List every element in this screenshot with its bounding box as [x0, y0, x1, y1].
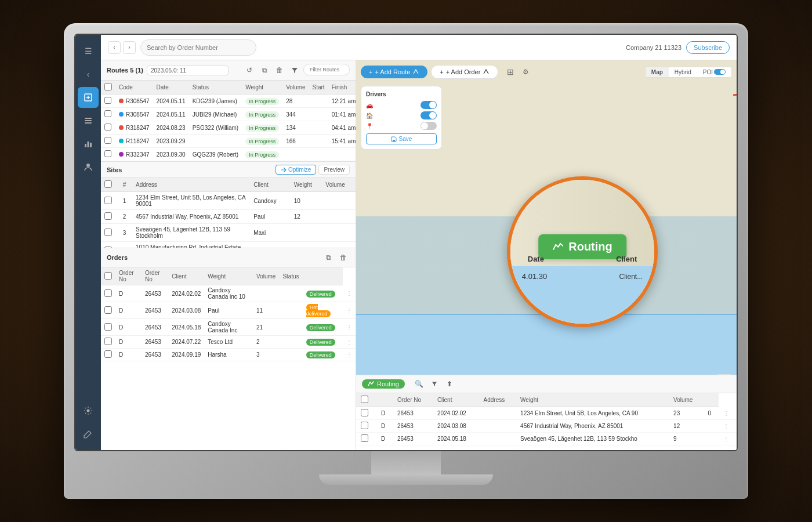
preview-button[interactable]: Preview — [318, 165, 350, 175]
routes-table: Code Date Status Weight Volume Start Fin… — [101, 81, 356, 161]
order-more[interactable]: ⋮ — [343, 336, 356, 349]
orders-copy-icon[interactable]: ⧉ — [322, 251, 335, 264]
route-checkbox-cell[interactable] — [101, 135, 115, 148]
site-check[interactable] — [101, 210, 119, 224]
table-row: D 26453 2024.03.08 4567 Industrial Way, … — [356, 420, 737, 433]
sidebar-icon-back[interactable]: ‹ — [78, 64, 99, 85]
driver-toggle-switch-2[interactable] — [420, 111, 437, 119]
site-volume — [322, 224, 356, 242]
order-date: 2024.03.08 — [168, 302, 204, 319]
add-order-button[interactable]: + + Add Order — [431, 65, 498, 79]
monitor-stand — [74, 451, 738, 485]
bottom-col-check — [356, 393, 376, 407]
sidebar-icon-edit[interactable] — [78, 423, 99, 444]
order-client: Candoxy Canada inc 10 — [204, 285, 253, 302]
top-right: Company 21 11323 Subscribe — [626, 41, 730, 54]
sidebar-icon-settings[interactable] — [78, 400, 99, 421]
sidebar-icon-user[interactable] — [78, 157, 99, 177]
bottom-volume — [704, 420, 719, 433]
site-check[interactable] — [101, 192, 119, 210]
order-more[interactable]: ⋮ — [343, 349, 356, 361]
order-weight: 11 — [253, 302, 279, 319]
filter-icon[interactable] — [288, 64, 301, 77]
map-settings-icon[interactable]: ⚙ — [519, 66, 532, 78]
order-weight: 3 — [253, 349, 279, 361]
route-checkbox-cell[interactable] — [101, 121, 115, 135]
bottom-col-weight: Weight — [516, 393, 669, 407]
sites-col-client: Client — [250, 178, 291, 192]
route-checkbox-cell[interactable] — [101, 108, 115, 121]
date-selector[interactable] — [147, 66, 229, 75]
map-container[interactable]: + + Add Route + + Add Order — [356, 60, 737, 450]
bottom-address: Sveaögen 45, Lägenhet 12B, 113 59 Stockh… — [516, 433, 669, 445]
save-button[interactable]: Save — [366, 133, 437, 144]
orders-header: Orders ⧉ 🗑 — [101, 248, 356, 267]
driver-toggle-switch-3[interactable] — [420, 122, 437, 130]
driver-toggle-2: 🏠 — [366, 111, 437, 119]
subscribe-button[interactable]: Subscribe — [686, 41, 730, 54]
order-check[interactable] — [101, 319, 115, 336]
right-panel: + + Add Route + + Add Order — [356, 60, 737, 450]
table-row: 1 1234 Elm Street, Unit 5B, Los Angeles,… — [101, 192, 356, 210]
route-checkbox-cell[interactable] — [101, 95, 115, 108]
site-weight — [291, 224, 322, 242]
refresh-icon[interactable]: ↺ — [243, 64, 256, 77]
bottom-more[interactable]: ⋮ — [719, 420, 737, 433]
route-checkbox-cell[interactable] — [101, 148, 115, 161]
route-code: R118247 — [115, 135, 153, 148]
order-check[interactable] — [101, 349, 115, 361]
order-d: D — [115, 349, 142, 361]
bottom-check[interactable] — [356, 407, 376, 420]
bottom-d: D — [376, 420, 393, 433]
sidebar-icon-routes[interactable] — [78, 87, 99, 108]
map-type-poi-button[interactable]: POI — [697, 67, 731, 77]
order-more[interactable]: ⋮ — [343, 319, 356, 336]
search-input[interactable] — [140, 39, 256, 56]
bottom-more[interactable]: ⋮ — [719, 433, 737, 445]
order-more[interactable]: ⋮ — [343, 285, 356, 302]
order-status: Delivered — [303, 336, 343, 349]
sites-select-all[interactable] — [104, 180, 112, 188]
route-volume — [309, 95, 328, 108]
bottom-filter-icon[interactable] — [428, 378, 441, 390]
route-weight: 344 — [282, 108, 309, 121]
map-grid-icon[interactable]: ⊞ — [504, 66, 517, 78]
nav-forward-button[interactable]: › — [123, 41, 136, 54]
order-check[interactable] — [101, 336, 115, 349]
bottom-export-icon[interactable]: ⬆ — [443, 378, 456, 390]
order-check[interactable] — [101, 302, 115, 319]
route-filter-input[interactable] — [303, 64, 350, 75]
route-date: 2024.08.23 — [153, 121, 189, 135]
route-date: 2023.09.29 — [153, 135, 189, 148]
driver-toggle-1: 🚗 — [366, 101, 437, 109]
orders-select-all[interactable] — [104, 272, 112, 280]
orders-delete-icon[interactable]: 🗑 — [337, 251, 350, 264]
order-check[interactable] — [101, 285, 115, 302]
order-more[interactable]: ⋮ — [343, 302, 356, 319]
bottom-search-icon[interactable]: 🔍 — [413, 378, 426, 390]
copy-icon[interactable]: ⧉ — [258, 64, 271, 77]
sidebar-icon-chart[interactable] — [78, 133, 99, 154]
bottom-check[interactable] — [356, 433, 376, 445]
sites-col-num: # — [119, 178, 132, 192]
driver-toggle-switch-1[interactable] — [420, 101, 437, 109]
map-type-map-button[interactable]: Map — [646, 67, 669, 77]
routes-select-all[interactable] — [104, 83, 112, 90]
sidebar-icon-menu[interactable]: ☰ — [78, 41, 99, 61]
nav-back-button[interactable]: ‹ — [108, 41, 121, 54]
site-client: Maxi — [250, 224, 291, 242]
route-status: In Progress — [242, 148, 282, 161]
bottom-more[interactable]: ⋮ — [719, 407, 737, 420]
bottom-routing-label[interactable]: Routing — [362, 379, 405, 389]
add-route-button[interactable]: + + Add Route — [361, 66, 427, 78]
site-check[interactable] — [101, 242, 119, 248]
col-weight: Weight — [242, 81, 282, 95]
bottom-check[interactable] — [356, 420, 376, 433]
map-type-hybrid-button[interactable]: Hybrid — [669, 67, 697, 77]
optimize-button[interactable]: Optimize — [276, 165, 316, 175]
sidebar-icon-list[interactable] — [78, 110, 99, 131]
table-row: 2 4567 Industrial Way, Phoenix, AZ 85001… — [101, 210, 356, 224]
bottom-select-all[interactable] — [361, 396, 368, 403]
site-check[interactable] — [101, 224, 119, 242]
delete-route-icon[interactable]: 🗑 — [273, 64, 286, 77]
